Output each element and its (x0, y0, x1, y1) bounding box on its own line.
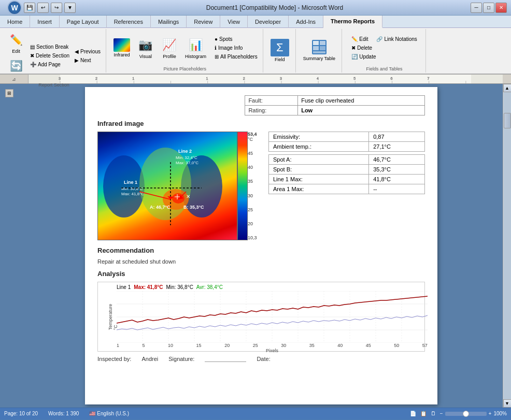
svg-text:Min: 32,4°C: Min: 32,4°C (176, 155, 197, 160)
add-page-button[interactable]: ➕ Add Page (28, 61, 72, 68)
zoom-in-btn[interactable]: + (489, 411, 492, 416)
svg-text:Min: 36,8°C: Min: 36,8°C (121, 186, 143, 191)
tab-page-layout[interactable]: Page Layout (60, 16, 107, 28)
svg-rect-3 (313, 46, 319, 50)
minimize-btn[interactable]: ─ (471, 3, 482, 13)
tab-developer[interactable]: Developer (248, 16, 289, 28)
tab-references[interactable]: References (107, 16, 151, 28)
edit-button[interactable]: ✏️ Edit (5, 30, 27, 55)
next-button[interactable]: ▶ Next (73, 56, 103, 64)
infrared-button[interactable]: Infrared (110, 32, 133, 63)
scale-25: 25 (248, 207, 257, 212)
area1-max-value: -- (369, 184, 425, 194)
infrared-title: Infrared image (97, 120, 425, 127)
section-break-button[interactable]: ▤ Section Break (28, 43, 72, 51)
view-mode-icon[interactable]: 📄 (410, 411, 416, 416)
tab-add-ins[interactable]: Add-Ins (289, 16, 323, 28)
status-right: 📄 📋 🗒 − + 100% (410, 411, 507, 416)
tab-view[interactable]: View (220, 16, 248, 28)
field-button[interactable]: Σ Field (267, 35, 292, 66)
update2-label: Update (359, 54, 376, 60)
doc-scroll-area[interactable]: Fault: Fuse clip overheated Rating: Low … (20, 84, 503, 408)
tab-mailings[interactable]: Mailings (151, 16, 187, 28)
edit2-icon: ✏️ (351, 36, 358, 42)
customize-btn[interactable]: ▼ (64, 3, 76, 13)
update-icon: 🔄 (8, 57, 24, 74)
visual-button[interactable]: 📷 Visual (134, 32, 157, 63)
previous-icon: ◀ (75, 49, 79, 54)
ambient-label: Ambient temp.: (269, 142, 369, 152)
signature-row: Inspected by: Andrei Signature: Date: (97, 356, 425, 362)
visual-icon: 📷 (137, 37, 154, 53)
link-notations-button[interactable]: 🔗 Link Notations (374, 35, 419, 43)
save-btn[interactable]: 💾 (24, 3, 35, 13)
x-axis-labels: 1 5 10 15 20 25 30 35 40 45 50 57 (117, 343, 428, 348)
quick-access-toolbar: W 💾 ↩ ↪ ▼ (4, 1, 79, 15)
zoom-level: 100% (493, 411, 507, 416)
tab-thermo-reports[interactable]: Thermo Reports (323, 16, 382, 28)
close-btn[interactable]: ✕ (495, 3, 507, 13)
image-info-button[interactable]: ℹ Image Info (212, 44, 260, 52)
svg-rect-2 (320, 41, 325, 45)
restore-btn[interactable]: □ (483, 3, 494, 13)
title-bar-left: W 💾 ↩ ↪ ▼ (4, 1, 79, 15)
view-button[interactable]: ⊞ (5, 89, 13, 97)
update2-button[interactable]: 🔄 Update (349, 53, 419, 61)
tab-home[interactable]: Home (0, 16, 30, 28)
scroll-up-btn[interactable]: ▲ (503, 84, 512, 92)
all-placeholders-label: All Placeholders (220, 54, 258, 60)
summary-table-items: Summary Table (300, 30, 338, 70)
y-axis-label: Temperature°C (108, 303, 118, 330)
recommendation-text: Repair at scheduled shut down (97, 258, 425, 265)
profile-icon: 📈 (161, 37, 178, 53)
all-placeholders-icon: ⊞ (215, 54, 219, 60)
spot-a-row: Spot A: 46,7°C (269, 155, 425, 165)
scale-max: 53,4 (248, 132, 257, 137)
scroll-thumb[interactable] (504, 113, 511, 128)
scale-20: 20 (248, 221, 257, 226)
svg-text:1: 1 (206, 77, 208, 80)
zoom-handle[interactable] (463, 411, 469, 417)
zoom-slider[interactable] (445, 412, 487, 416)
scrollbar-vertical[interactable]: ▲ ▼ (503, 84, 511, 408)
svg-text:2: 2 (243, 77, 245, 80)
scale-40: 40 (248, 165, 257, 170)
scale-45: 45 (248, 151, 257, 156)
emissivity-label: Emissivity: (269, 132, 369, 142)
tab-review[interactable]: Review (187, 16, 220, 28)
analysis-svg: 42 37 32 (117, 291, 428, 343)
ir-overlay-svg: Line 1 Min: 36,8°C Max: 41,8°C Line 2 Mi… (98, 132, 237, 240)
word-count: Words: 1 390 (48, 411, 79, 416)
profile-button[interactable]: 📈 Profile (158, 32, 181, 63)
edit-icon: ✏️ (8, 32, 24, 48)
analysis-title: Analysis (97, 270, 425, 278)
spots-button[interactable]: ● Spots (212, 35, 260, 43)
edit2-button[interactable]: ✏️ Edit (349, 35, 370, 43)
zoom-out-btn[interactable]: − (440, 411, 443, 416)
svg-rect-1 (313, 41, 319, 45)
spot-b-row: Spot B: 35,3°C (269, 165, 425, 175)
svg-rect-7 (60, 75, 471, 83)
office-button[interactable]: W (7, 1, 22, 15)
fault-rating-table: Fault: Fuse clip overheated Rating: Low (245, 95, 425, 115)
view-mode2-icon[interactable]: 📋 (420, 411, 427, 416)
undo-btn[interactable]: ↩ (37, 3, 49, 13)
delete2-button[interactable]: ✖ Delete (349, 44, 419, 52)
svg-text:5: 5 (353, 77, 356, 80)
histogram-button[interactable]: 📊 Histogram (182, 32, 209, 63)
svg-rect-4 (320, 46, 325, 50)
line1-max-value: 41,8°C (369, 175, 425, 184)
emissivity-value: 0,87 (369, 132, 425, 142)
field-icon: Σ (271, 39, 289, 56)
all-placeholders-button[interactable]: ⊞ All Placeholders (212, 53, 260, 61)
infrared-icon (113, 38, 130, 52)
left-margin: ⊞ (0, 84, 20, 408)
view-mode3-icon[interactable]: 🗒 (431, 411, 436, 416)
summary-table-button[interactable]: Summary Table (300, 35, 338, 66)
previous-button[interactable]: ◀ Previous (73, 48, 103, 55)
scroll-down-btn[interactable]: ▼ (503, 399, 512, 408)
delete-section-button[interactable]: ✖ Delete Section (28, 52, 72, 60)
redo-btn[interactable]: ↪ (51, 3, 62, 13)
tab-insert[interactable]: Insert (30, 16, 60, 28)
rating-label: Rating: (245, 106, 298, 115)
